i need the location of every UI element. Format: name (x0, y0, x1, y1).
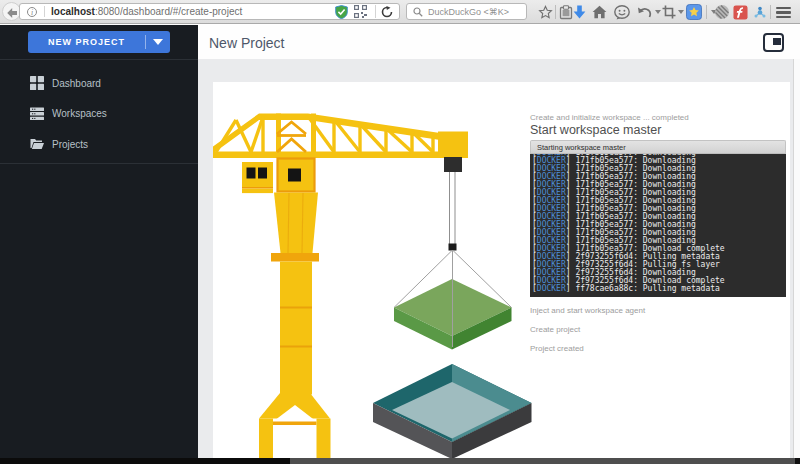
sidebar-item-label: Projects (52, 139, 88, 150)
cookie-circles-icon[interactable] (714, 0, 730, 24)
workspace-status-line: Create and initialize workspace ... comp… (530, 113, 689, 122)
sidebar-item-label: Workspaces (52, 108, 107, 119)
crop-icon[interactable] (662, 0, 676, 24)
log-step-line: Create project (530, 326, 645, 335)
sidebar-item-projects[interactable]: Projects (0, 129, 198, 160)
create-project-panel: Create and initialize workspace ... comp… (213, 82, 790, 458)
log-step-lines: Inject and start workspace agent Create … (530, 307, 645, 364)
page-title: New Project (209, 35, 284, 51)
page-header: New Project (198, 25, 800, 59)
new-project-button[interactable]: NEW PROJECT (28, 31, 170, 53)
main-area: New Project (198, 25, 800, 458)
new-project-button-label: NEW PROJECT (28, 37, 145, 47)
screen-bottom-edge-right (795, 458, 800, 464)
app-window: NEW PROJECT Dashboard (0, 25, 800, 458)
console-line: [DOCKER] ff78cae6a88c: Pulling metadata (532, 285, 786, 293)
flash-plugin-icon[interactable] (733, 0, 748, 24)
chat-smiley-icon[interactable] (614, 0, 630, 24)
log-step-line: Inject and start workspace agent (530, 307, 645, 316)
bookmarks-star-box-icon[interactable] (686, 0, 702, 24)
console-header[interactable]: Starting workspace master (530, 140, 786, 154)
chevron-down-icon (153, 39, 163, 45)
screen-bottom-edge (0, 458, 800, 464)
console-output[interactable]: [DOCKER] 171fb05ea577: Downloading [DOCK… (530, 154, 786, 297)
log-step-line: Project created (530, 345, 645, 354)
console-title: Starting workspace master (537, 143, 626, 152)
workspaces-stack-icon (30, 107, 44, 121)
molecule-addon-icon[interactable] (752, 0, 768, 24)
download-arrow-icon[interactable] (573, 0, 586, 24)
toolbar-divider (706, 5, 707, 19)
pocket-icon[interactable] (559, 0, 573, 24)
content-area: Create and initialize workspace ... comp… (198, 59, 800, 458)
sidebar-divider (0, 59, 198, 60)
console-widget: Starting workspace master [DOCKER] 171fb… (530, 140, 786, 297)
scrollbar-track[interactable] (793, 59, 800, 458)
toolbar-divider (555, 5, 556, 19)
sidebar: NEW PROJECT Dashboard (0, 25, 198, 458)
undo-icon[interactable] (637, 0, 652, 24)
screen: i localhost:8080/dashboard/#/create-proj… (0, 0, 800, 464)
browser-toolbar-icons (0, 0, 800, 24)
sidebar-item-label: Dashboard (52, 78, 101, 89)
menu-hamburger-icon[interactable] (776, 7, 791, 19)
projects-folder-icon (30, 137, 44, 151)
sidebar-divider (0, 163, 198, 164)
sidebar-nav: Dashboard Workspaces Projects (0, 68, 198, 160)
bookmark-star-icon[interactable] (538, 0, 553, 24)
crop-caret-icon[interactable] (678, 10, 684, 14)
toolbar-divider (770, 5, 771, 19)
log-section-title: Start workspace master (530, 123, 661, 137)
new-project-dropdown[interactable] (146, 39, 170, 45)
window-maximize-icon[interactable] (763, 33, 784, 52)
browser-toolbar: i localhost:8080/dashboard/#/create-proj… (0, 0, 800, 24)
undo-caret-icon[interactable] (655, 10, 661, 14)
sidebar-item-workspaces[interactable]: Workspaces (0, 99, 198, 130)
sidebar-item-dashboard[interactable]: Dashboard (0, 68, 198, 99)
home-icon[interactable] (592, 0, 607, 24)
screen-bottom-edge-left (0, 458, 290, 464)
dashboard-grid-icon (30, 76, 44, 90)
